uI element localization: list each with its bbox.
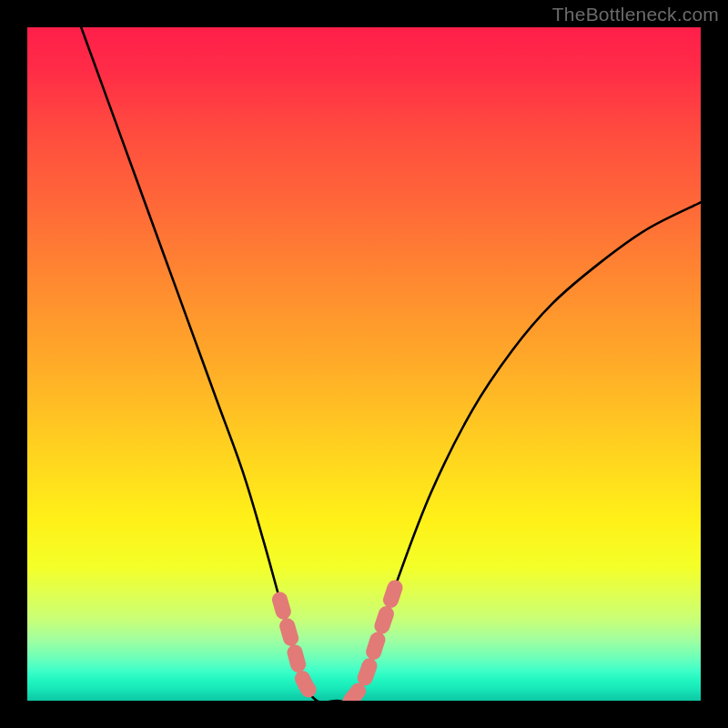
highlight-left-flank — [280, 600, 318, 701]
plot-area — [27, 27, 701, 701]
watermark-text: TheBottleneck.com — [552, 4, 719, 25]
curve-layer — [27, 27, 701, 701]
highlight-right-flank — [350, 580, 398, 701]
chart-frame: TheBottleneck.com — [0, 0, 728, 728]
